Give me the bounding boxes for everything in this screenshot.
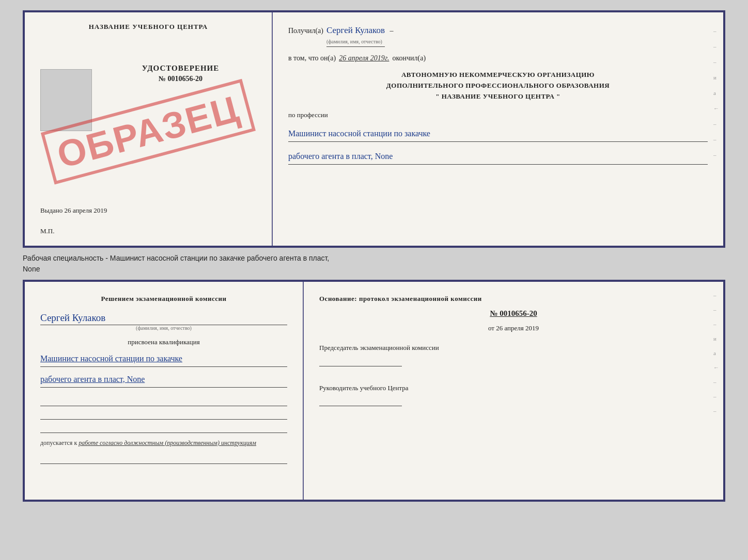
blank-line-2 <box>40 410 287 420</box>
chairman-sig-line <box>319 355 402 366</box>
допускается-prefix: допускается к <box>40 439 77 446</box>
mp-label: М.П. <box>40 227 54 235</box>
protocol-number: № 0010656-20 <box>319 309 708 318</box>
assigned-label: присвоена квалификация <box>40 338 287 346</box>
date-line: в том, что он(а) 26 апреля 2019г. окончи… <box>288 54 708 62</box>
bottom-doc-left-panel: Решением экзаменационной комиссии Сергей… <box>25 282 304 500</box>
date-value: 26 апреля 2019г. <box>339 54 389 62</box>
qual-line2: рабочего агента в пласт, None <box>40 372 287 388</box>
commission-text: Решением экзаменационной комиссии <box>40 295 287 303</box>
received-prefix: Получил(а) <box>288 27 323 35</box>
issued-date-label: Выдано <box>40 206 63 214</box>
right-side-marks-top: – – – и а ← – – – <box>713 28 719 158</box>
chairman-section: Председатель экзаменационной комиссии <box>319 343 708 366</box>
received-hint: (фамилия, имя, отчество) <box>326 39 382 44</box>
caption-line2: None <box>23 265 40 273</box>
bottom-blank-lines <box>40 397 287 433</box>
top-doc-right-panel: Получил(а) Сергей Кулаков (фамилия, имя,… <box>273 12 723 246</box>
top-document: НАЗВАНИЕ УЧЕБНОГО ЦЕНТРА УДОСТОВЕРЕНИЕ №… <box>23 10 725 248</box>
blank-line-3 <box>40 424 287 433</box>
qual-line1: Машинист насосной станции по закачке <box>40 351 287 367</box>
org-block: АВТОНОМНУЮ НЕКОММЕРЧЕСКУЮ ОРГАНИЗАЦИЮ ДО… <box>288 70 708 102</box>
bottom-document: Решением экзаменационной комиссии Сергей… <box>23 280 725 502</box>
caption-section: Рабочая специальность - Машинист насосно… <box>23 253 725 275</box>
top-doc-left-panel: НАЗВАНИЕ УЧЕБНОГО ЦЕНТРА УДОСТОВЕРЕНИЕ №… <box>25 12 273 246</box>
bottom-name-hint: (фамилия, имя, отчество) <box>40 325 287 331</box>
page-wrapper: НАЗВАНИЕ УЧЕБНОГО ЦЕНТРА УДОСТОВЕРЕНИЕ №… <box>0 0 748 560</box>
received-name: Сергей Кулаков (фамилия, имя, отчество) <box>326 25 385 47</box>
bottom-doc-right-panel: Основание: протокол экзаменационной коми… <box>304 282 723 500</box>
right-side-marks-bottom: – – – и а ← – – – <box>713 292 719 414</box>
org-line1: АВТОНОМНУЮ НЕКОММЕРЧЕСКУЮ ОРГАНИЗАЦИЮ <box>288 70 708 81</box>
issued-date-value: 26 апреля 2019 <box>65 206 107 214</box>
doc-number-top: № 0010656-20 <box>100 75 261 83</box>
org-line2: ДОПОЛНИТЕЛЬНОГО ПРОФЕССИОНАЛЬНОГО ОБРАЗО… <box>288 81 708 91</box>
blank-line-1 <box>40 397 287 406</box>
допускается-text: работе согласно должностным (производств… <box>79 439 256 446</box>
school-name-top: НАЗВАНИЕ УЧЕБНОГО ЦЕНТРА <box>89 23 208 31</box>
date-prefix: в том, что он(а) <box>288 54 336 62</box>
udostoverenie-label: УДОСТОВЕРЕНИЕ <box>100 64 261 73</box>
profession-prefix: по профессии <box>288 111 708 119</box>
photo-placeholder <box>40 69 92 131</box>
caption-line1: Рабочая специальность - Машинист насосно… <box>23 254 329 262</box>
head-section: Руководитель учебного Центра <box>319 383 708 407</box>
profession-line1: Машинист насосной станции по закачке <box>288 126 708 142</box>
chairman-label: Председатель экзаменационной комиссии <box>319 343 708 353</box>
bottom-name: Сергей Кулаков <box>40 312 287 325</box>
head-label: Руководитель учебного Центра <box>319 383 708 393</box>
profession-line2: рабочего агента в пласт, None <box>288 149 708 165</box>
head-sig-line <box>319 395 402 406</box>
org-line3: " НАЗВАНИЕ УЧЕБНОГО ЦЕНТРА " <box>288 91 708 102</box>
doc-title-section: УДОСТОВЕРЕНИЕ № 0010656-20 <box>100 64 261 83</box>
from-date-line: от 26 апреля 2019 <box>319 324 708 332</box>
received-line: Получил(а) Сергей Кулаков (фамилия, имя,… <box>288 25 708 47</box>
from-date-value: 26 апреля 2019 <box>496 324 539 332</box>
допускается-section: допускается к работе согласно должностны… <box>40 438 287 447</box>
osnov-text: Основание: протокол экзаменационной коми… <box>319 295 708 303</box>
from-prefix: от <box>488 324 494 332</box>
issued-date-section: Выдано 26 апреля 2019 <box>40 206 261 215</box>
blank-line-4 <box>40 455 287 464</box>
date-suffix: окончил(а) <box>392 54 426 62</box>
name-section: Сергей Кулаков (фамилия, имя, отчество) <box>40 308 287 331</box>
